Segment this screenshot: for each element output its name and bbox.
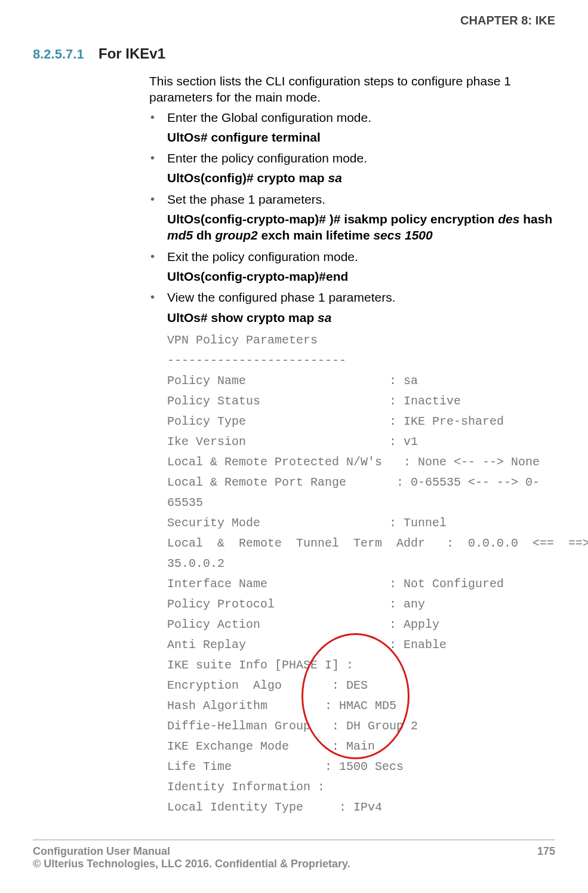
footer-page-number: 175 bbox=[537, 845, 555, 870]
step-command: UltOs(config-crypto-map)# )# isakmp poli… bbox=[167, 211, 555, 244]
step-text: View the configured phase 1 parameters. bbox=[167, 290, 396, 304]
chapter-header: CHAPTER 8: IKE bbox=[33, 14, 555, 27]
section-number: 8.2.5.7.1 bbox=[33, 47, 98, 62]
cli-output: VPN Policy Parameters ------------------… bbox=[167, 330, 555, 818]
step-text: Enter the Global configuration mode. bbox=[167, 111, 371, 124]
step-list: Enter the Global configuration mode. Ult… bbox=[149, 109, 555, 326]
step-item: Enter the policy configuration mode. Ult… bbox=[149, 150, 555, 186]
footer-left: Configuration User Manual © Ulterius Tec… bbox=[33, 845, 350, 870]
step-command: UltOs(config)# crypto map sa bbox=[167, 170, 555, 186]
step-item: Exit the policy configuration mode. UltO… bbox=[149, 248, 555, 285]
step-text: Enter the policy configuration mode. bbox=[167, 151, 367, 165]
step-item: View the configured phase 1 parameters. … bbox=[149, 289, 555, 326]
step-item: Enter the Global configuration mode. Ult… bbox=[149, 109, 555, 146]
step-text: Exit the policy configuration mode. bbox=[167, 250, 358, 263]
step-command: UltOs# show crypto map sa bbox=[167, 309, 555, 326]
body-content: This section lists the CLI configuration… bbox=[149, 73, 555, 818]
intro-paragraph: This section lists the CLI configuration… bbox=[149, 73, 555, 106]
section-title: For IKEv1 bbox=[98, 45, 165, 62]
step-text: Set the phase 1 parameters. bbox=[167, 192, 325, 206]
section-heading: 8.2.5.7.1 For IKEv1 bbox=[33, 45, 555, 62]
step-command: UltOs(config-crypto-map)#end bbox=[167, 268, 555, 284]
page-footer: Configuration User Manual © Ulterius Tec… bbox=[33, 839, 555, 870]
step-item: Set the phase 1 parameters. UltOs(config… bbox=[149, 191, 555, 244]
step-command: UltOs# configure terminal bbox=[167, 129, 555, 145]
page: CHAPTER 8: IKE 8.2.5.7.1 For IKEv1 This … bbox=[0, 0, 588, 893]
